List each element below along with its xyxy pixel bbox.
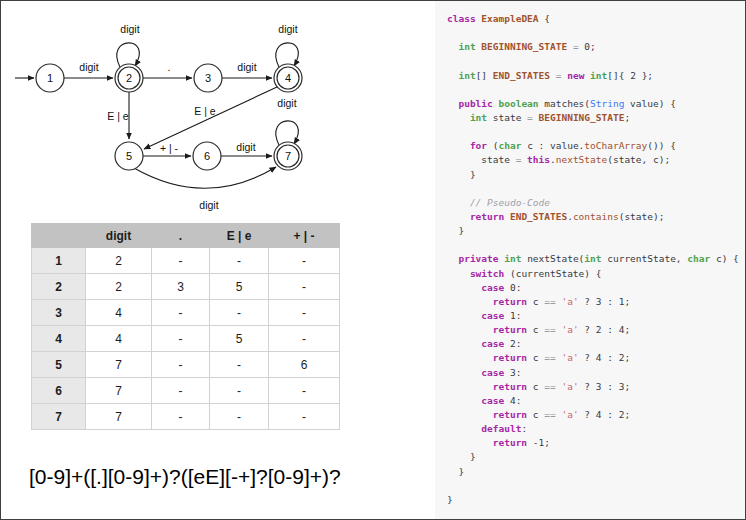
code-line: state = this.nextState(state, c); <box>447 153 745 167</box>
state-6: 6 <box>193 142 221 170</box>
column-header: + | - <box>269 224 340 248</box>
edge-label: . <box>168 61 171 73</box>
code-token: ? <box>579 296 596 307</box>
state-number: 1 <box>47 72 53 84</box>
code-token: -1 <box>533 437 544 448</box>
code-token: ExampleDEA <box>481 13 538 24</box>
code-token: case <box>481 395 504 406</box>
column-header: digit <box>86 224 152 248</box>
code-token: int <box>590 70 607 81</box>
code-line: return c == 'a' ? 2 : 4; <box>447 323 745 337</box>
code-token: 'a' <box>561 409 578 420</box>
code-token <box>447 310 481 321</box>
code-line: int[] END_STATES = new int[]{ 2 }; <box>447 69 745 83</box>
code-line <box>447 54 745 68</box>
transition-cell: - <box>152 378 210 404</box>
code-token: : <box>516 310 522 321</box>
table-header-row: digit.E | e+ | - <box>32 224 340 248</box>
code-token: class <box>447 13 476 24</box>
code-token: char <box>499 140 522 151</box>
row-header-state: 4 <box>32 326 86 352</box>
code-token: contains <box>573 211 619 222</box>
code-line <box>447 125 745 139</box>
code-token <box>447 112 470 123</box>
code-token: []{ <box>607 70 630 81</box>
transition-cell: - <box>269 378 340 404</box>
column-header: E | e <box>210 224 269 248</box>
code-line <box>447 182 745 196</box>
transition-cell: - <box>210 300 269 326</box>
row-header-state: 6 <box>32 378 86 404</box>
code-token <box>447 211 470 222</box>
code-token: int <box>470 112 487 123</box>
code-token: int <box>458 41 475 52</box>
transition-cell: - <box>152 300 210 326</box>
code-token: ()) { <box>647 140 676 151</box>
code-token: new <box>567 70 584 81</box>
code-token: ? <box>579 324 596 335</box>
code-token: ? <box>579 409 596 420</box>
code-line: } <box>447 450 745 464</box>
edge-4-5 <box>144 87 277 149</box>
code-line: case 3: <box>447 366 745 380</box>
code-token: == <box>544 381 555 392</box>
code-token: nextState <box>556 154 607 165</box>
code-token: 'a' <box>561 381 578 392</box>
code-token: return <box>493 437 527 448</box>
state-number: 2 <box>126 72 132 84</box>
code-line: case 0: <box>447 281 745 295</box>
code-line: default: <box>447 422 745 436</box>
code-token: : <box>602 352 619 363</box>
code-line: return END_STATES.contains(state); <box>447 210 745 224</box>
transition-cell: 7 <box>86 352 152 378</box>
transition-cell: 7 <box>86 378 152 404</box>
code-token: ; <box>624 112 630 123</box>
transition-cell: 2 <box>86 248 152 274</box>
code-token: } <box>447 466 464 477</box>
regex-text: [0-9]+([.][0-9]+)?([eE][-+]?[0-9]+)? <box>29 465 341 489</box>
code-token: int <box>584 253 601 264</box>
transition-cell: - <box>269 248 340 274</box>
code-token: for <box>470 140 487 151</box>
code-token: : <box>516 282 522 293</box>
code-token <box>447 352 493 363</box>
code-token: public <box>458 98 492 109</box>
code-token: case <box>481 338 504 349</box>
code-token: }; <box>636 70 653 81</box>
code-token: state <box>447 154 516 165</box>
code-line: } <box>447 168 745 182</box>
code-token <box>447 423 481 434</box>
transition-cell: 6 <box>269 352 340 378</box>
code-token: ; <box>590 41 596 52</box>
row-header-state: 3 <box>32 300 86 326</box>
code-token: c : value. <box>521 140 584 151</box>
code-token: END_STATES <box>510 211 567 222</box>
code-token: ? <box>579 352 596 363</box>
java-code: class ExampleDEA { int BEGINNING_STATE =… <box>447 12 745 507</box>
state-number: 4 <box>285 72 291 84</box>
table-row: 57--6 <box>32 352 340 378</box>
code-token: { <box>539 13 550 24</box>
edge-label: + | - <box>160 142 179 154</box>
transition-cell: - <box>269 326 340 352</box>
code-token <box>447 338 481 349</box>
code-line: private int nextState(int currentState, … <box>447 252 745 266</box>
code-line: } <box>447 493 745 507</box>
code-token: (state); <box>619 211 665 222</box>
code-token: int <box>458 70 475 81</box>
code-token <box>447 197 470 208</box>
transition-cell: 2 <box>86 274 152 300</box>
edge-label: digit <box>236 141 255 153</box>
table-row: 12--- <box>32 248 340 274</box>
code-token: 'a' <box>561 324 578 335</box>
edge-label: digit <box>120 23 139 35</box>
code-token <box>447 98 458 109</box>
code-line: for (char c : value.toCharArray()) { <box>447 139 745 153</box>
code-token: ; <box>624 409 630 420</box>
transition-table: digit.E | e+ | -12---2235-34---44-5-57--… <box>31 223 340 430</box>
code-token <box>447 140 470 151</box>
code-token: [] <box>476 70 493 81</box>
table-row: 67--- <box>32 378 340 404</box>
loop-2 <box>117 43 140 67</box>
code-token: ( <box>487 140 498 151</box>
